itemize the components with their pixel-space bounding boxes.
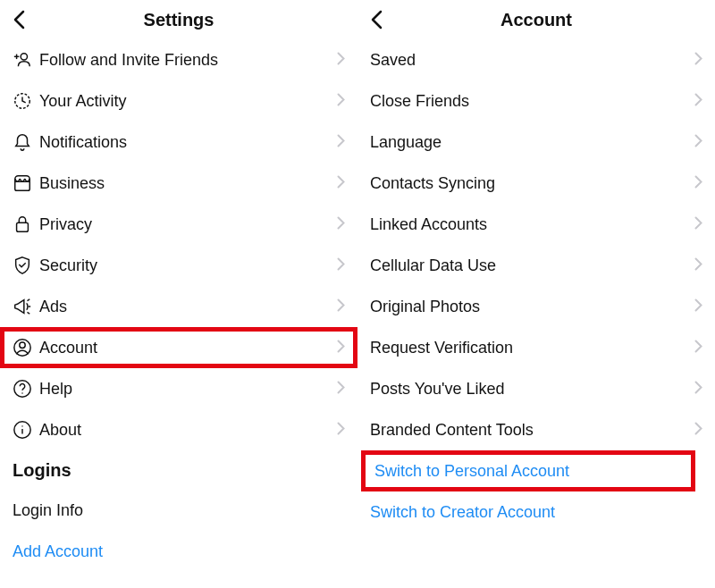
account-item-branded-content[interactable]: Branded Content Tools bbox=[358, 409, 715, 450]
settings-item-security[interactable]: Security bbox=[0, 245, 358, 286]
settings-item-about[interactable]: About bbox=[0, 409, 358, 450]
about-icon bbox=[13, 420, 39, 440]
settings-item-help[interactable]: Help bbox=[0, 368, 358, 409]
chevron-right-icon bbox=[337, 257, 345, 274]
account-title: Account bbox=[500, 10, 572, 30]
settings-item-business[interactable]: Business bbox=[0, 163, 358, 204]
chevron-right-icon bbox=[694, 298, 702, 315]
chevron-right-icon bbox=[337, 298, 345, 315]
account-item-original-photos[interactable]: Original Photos bbox=[358, 286, 715, 327]
account-item-close-friends[interactable]: Close Friends bbox=[358, 80, 715, 122]
ads-icon bbox=[13, 297, 39, 316]
settings-item-label: Security bbox=[39, 256, 337, 275]
account-item-language[interactable]: Language bbox=[358, 122, 715, 163]
account-item-label: Posts You've Liked bbox=[370, 380, 694, 399]
account-item-label: Contacts Syncing bbox=[370, 174, 694, 193]
account-item-posts-liked[interactable]: Posts You've Liked bbox=[358, 368, 715, 409]
follow-invite-icon bbox=[13, 50, 39, 70]
account-item-label: Close Friends bbox=[370, 92, 694, 111]
settings-list: Follow and Invite Friends Your Activity bbox=[0, 39, 358, 588]
settings-title: Settings bbox=[144, 10, 214, 30]
chevron-left-icon bbox=[370, 10, 383, 29]
account-item-saved[interactable]: Saved bbox=[358, 39, 715, 80]
login-info-row[interactable]: Login Info bbox=[0, 490, 358, 531]
settings-item-label: About bbox=[39, 421, 337, 440]
svg-rect-4 bbox=[17, 223, 29, 231]
account-item-label: Switch to Personal Account bbox=[374, 462, 691, 481]
chevron-right-icon bbox=[337, 381, 345, 398]
account-list: Saved Close Friends Language Contacts Sy… bbox=[358, 39, 715, 588]
account-item-cellular-data[interactable]: Cellular Data Use bbox=[358, 245, 715, 286]
settings-item-account[interactable]: Account bbox=[0, 327, 358, 368]
logins-section-title: Logins bbox=[0, 450, 358, 490]
activity-icon bbox=[13, 91, 39, 111]
settings-item-ads[interactable]: Ads bbox=[0, 286, 358, 327]
svg-line-6 bbox=[28, 312, 30, 314]
login-info-label: Login Info bbox=[13, 501, 345, 520]
back-button[interactable] bbox=[370, 0, 383, 39]
chevron-left-icon bbox=[13, 10, 25, 29]
chevron-right-icon bbox=[337, 422, 345, 439]
chevron-right-icon bbox=[337, 216, 345, 233]
chevron-right-icon bbox=[337, 134, 345, 151]
svg-point-9 bbox=[20, 342, 25, 348]
notifications-icon bbox=[13, 132, 39, 152]
chevron-right-icon bbox=[694, 93, 702, 110]
back-button[interactable] bbox=[13, 0, 25, 39]
help-icon bbox=[13, 379, 39, 399]
settings-item-label: Privacy bbox=[39, 215, 337, 234]
chevron-right-icon bbox=[337, 52, 345, 69]
settings-item-activity[interactable]: Your Activity bbox=[0, 80, 358, 122]
settings-item-label: Follow and Invite Friends bbox=[39, 51, 337, 70]
privacy-icon bbox=[13, 214, 39, 234]
chevron-right-icon bbox=[694, 175, 702, 192]
chevron-right-icon bbox=[694, 134, 702, 151]
account-item-label: Linked Accounts bbox=[370, 215, 694, 234]
account-item-label: Saved bbox=[370, 51, 694, 70]
settings-item-follow-invite[interactable]: Follow and Invite Friends bbox=[0, 39, 358, 80]
add-account-row[interactable]: Add Account bbox=[0, 531, 358, 572]
settings-item-privacy[interactable]: Privacy bbox=[0, 204, 358, 245]
account-item-contacts-syncing[interactable]: Contacts Syncing bbox=[358, 163, 715, 204]
svg-point-10 bbox=[14, 381, 30, 397]
account-pane: Account Saved Close Friends Language Con… bbox=[358, 0, 715, 588]
chevron-right-icon bbox=[694, 52, 702, 69]
svg-point-0 bbox=[21, 54, 27, 60]
settings-header: Settings bbox=[0, 0, 358, 39]
settings-item-label: Business bbox=[39, 174, 337, 193]
account-item-label: Branded Content Tools bbox=[370, 421, 694, 440]
settings-pane: Settings Follow and Invite Friends bbox=[0, 0, 358, 588]
chevron-right-icon bbox=[694, 216, 702, 233]
account-item-label: Original Photos bbox=[370, 298, 694, 316]
account-item-switch-creator[interactable]: Switch to Creator Account bbox=[358, 491, 715, 533]
account-item-request-verification[interactable]: Request Verification bbox=[358, 327, 715, 368]
account-item-linked-accounts[interactable]: Linked Accounts bbox=[358, 204, 715, 245]
business-icon bbox=[13, 173, 39, 193]
settings-item-label: Notifications bbox=[39, 133, 337, 152]
chevron-right-icon bbox=[694, 257, 702, 274]
svg-point-11 bbox=[21, 392, 22, 393]
svg-line-5 bbox=[28, 299, 30, 301]
account-item-label: Request Verification bbox=[370, 339, 694, 357]
account-item-label: Switch to Creator Account bbox=[370, 503, 702, 522]
security-icon bbox=[13, 256, 39, 275]
add-account-label: Add Account bbox=[13, 542, 345, 561]
account-icon bbox=[13, 338, 39, 357]
account-item-switch-personal[interactable]: Switch to Personal Account bbox=[361, 450, 695, 491]
account-header: Account bbox=[358, 0, 715, 39]
chevron-right-icon bbox=[337, 175, 345, 192]
settings-item-label: Ads bbox=[39, 298, 337, 316]
svg-point-14 bbox=[21, 425, 22, 426]
account-item-label: Language bbox=[370, 133, 694, 152]
chevron-right-icon bbox=[694, 422, 702, 439]
chevron-right-icon bbox=[337, 340, 345, 357]
chevron-right-icon bbox=[337, 93, 345, 110]
chevron-right-icon bbox=[694, 381, 702, 398]
settings-item-label: Account bbox=[39, 339, 337, 357]
chevron-right-icon bbox=[694, 340, 702, 357]
settings-item-label: Your Activity bbox=[39, 92, 337, 111]
settings-item-notifications[interactable]: Notifications bbox=[0, 122, 358, 163]
account-item-label: Cellular Data Use bbox=[370, 256, 694, 275]
settings-item-label: Help bbox=[39, 380, 337, 399]
